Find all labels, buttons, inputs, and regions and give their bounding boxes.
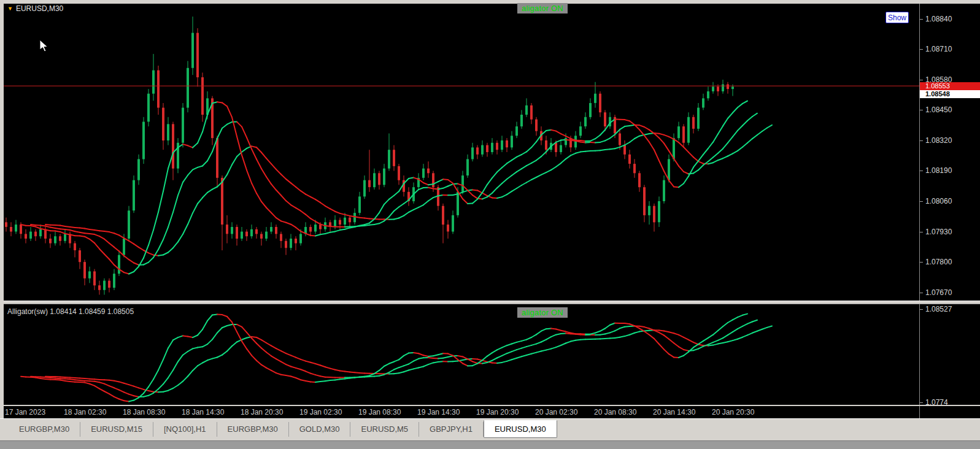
chart-tab-gold-m30[interactable]: GOLD,M30 xyxy=(289,422,351,437)
price-tick-label: 1.07930 xyxy=(925,228,952,236)
alligator-indicator-subwindow[interactable] xyxy=(4,304,919,405)
time-scale[interactable]: 17 Jan 202318 Jan 02:3018 Jan 08:3018 Ja… xyxy=(4,406,919,418)
chart-symbol-label: ▼ EURUSD,M30 xyxy=(7,4,63,13)
chart-tab-nq100-h1[interactable]: [NQ100],H1 xyxy=(153,422,217,437)
price-tick-mark xyxy=(920,49,923,50)
window-bottom-edge xyxy=(0,440,980,449)
time-axis-label: 18 Jan 20:30 xyxy=(241,408,283,416)
price-tick-label: 1.0774 xyxy=(925,398,948,407)
chart-tab-eurgbp-m30[interactable]: EURGBP,M30 xyxy=(9,422,80,437)
price-tick-mark xyxy=(920,293,923,293)
symbol-dropdown-triangle-icon: ▼ xyxy=(7,5,13,12)
time-axis-label: 19 Jan 08:30 xyxy=(358,408,401,416)
time-axis-label: 20 Jan 08:30 xyxy=(594,408,636,416)
time-axis-label: 18 Jan 08:30 xyxy=(123,408,165,416)
price-tick-mark xyxy=(920,140,923,141)
alligator-status-badge[interactable]: aligator ON xyxy=(517,3,568,13)
price-tick-mark xyxy=(920,80,923,80)
chart-tab-bar: EURGBP,M30EURUSD,M15[NQ100],H1EURGBP,M30… xyxy=(0,418,980,440)
price-tick-mark xyxy=(920,402,923,403)
price-tick-mark xyxy=(920,262,923,263)
indicator-values-label: Alligator(sw) 1.08414 1.08459 1.08505 xyxy=(7,307,134,316)
chart-tab-gbpjpy-h1[interactable]: GBPJPY,H1 xyxy=(419,422,484,437)
time-axis-label: 19 Jan 02:30 xyxy=(299,408,342,416)
time-axis-label: 20 Jan 14:30 xyxy=(653,408,695,416)
price-tick-label: 1.08060 xyxy=(925,197,952,205)
bid-price-badge: 1.08548 xyxy=(920,90,980,98)
time-axis-label: 20 Jan 02:30 xyxy=(535,408,577,416)
price-tick-label: 1.07670 xyxy=(925,288,952,297)
mt4-window: ▼ EURUSD,M30 aligator ON Show Alligator(… xyxy=(0,0,980,449)
alligator-status-badge-sub[interactable]: aligator ON xyxy=(517,307,568,318)
price-tick-mark xyxy=(920,201,923,202)
price-tick-mark xyxy=(920,19,923,20)
time-axis-label: 19 Jan 14:30 xyxy=(417,408,460,416)
price-tick-label: 1.08450 xyxy=(925,106,952,114)
chart-tab-eurusd-m15[interactable]: EURUSD,M15 xyxy=(80,422,153,437)
time-axis-label: 18 Jan 02:30 xyxy=(64,408,106,416)
price-scale[interactable]: 1.088401.087101.085801.084501.083201.081… xyxy=(920,4,980,418)
ask-price-badge: 1.08553 xyxy=(920,82,980,90)
price-tick-label: 1.08710 xyxy=(925,45,952,53)
price-tick-mark xyxy=(920,232,923,232)
window-splitter[interactable] xyxy=(4,301,980,304)
price-tick-mark xyxy=(920,110,923,110)
price-tick-label: 1.07800 xyxy=(925,258,952,266)
time-axis-label: 20 Jan 20:30 xyxy=(712,408,754,416)
chart-tab-eurusd-m30[interactable]: EURUSD,M30 xyxy=(484,420,557,438)
price-tick-mark xyxy=(920,309,923,310)
show-button[interactable]: Show xyxy=(885,12,909,23)
price-tick-label: 1.08527 xyxy=(925,305,952,313)
symbol-text: EURUSD,M30 xyxy=(16,4,63,13)
main-candlestick-chart[interactable] xyxy=(4,4,919,301)
price-tick-mark xyxy=(920,171,923,171)
time-axis-label: 17 Jan 2023 xyxy=(5,408,45,416)
time-axis-label: 18 Jan 14:30 xyxy=(182,408,224,416)
price-tick-label: 1.08320 xyxy=(925,136,952,145)
candles xyxy=(5,17,734,295)
time-axis-label: 19 Jan 20:30 xyxy=(476,408,519,416)
price-tick-label: 1.08190 xyxy=(925,166,952,175)
chart-tab-eurusd-m5[interactable]: EURUSD,M5 xyxy=(350,422,419,437)
alligator-lines-sub xyxy=(21,314,772,402)
price-tick-label: 1.08840 xyxy=(925,15,952,23)
chart-tab-eurgbp-m30[interactable]: EURGBP,M30 xyxy=(217,422,289,437)
